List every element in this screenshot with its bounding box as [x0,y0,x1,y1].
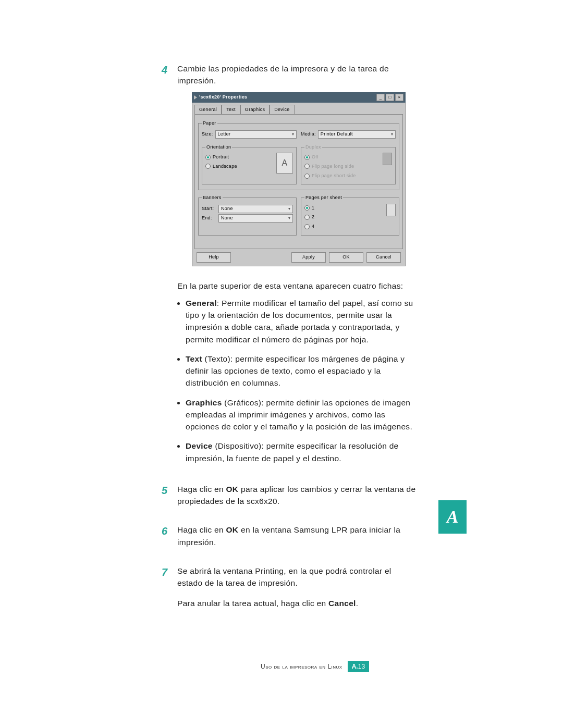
step-number: 7 [162,565,177,615]
step-7: 7 Se abrirá la ventana Printing, en la q… [162,565,417,615]
dialog-button-row: Help Apply OK Cancel [194,249,403,264]
step-body: Se abrirá la ventana Printing, en la que… [177,565,417,615]
apply-button[interactable]: Apply [291,252,326,263]
chevron-down-icon: ▾ [288,206,290,212]
step4-intro: Cambie las propiedades de la impresora y… [177,63,417,87]
chevron-down-icon: ▾ [288,215,290,221]
bullet-graphics: Graphics (Gráficos): permite definir las… [186,397,417,433]
orientation-legend: Orientation [205,144,232,151]
minimize-button[interactable]: _ [376,94,385,101]
banners-legend: Banners [202,194,223,202]
tab-device[interactable]: Device [270,105,294,115]
step-5: 5 Haga clic en OK para aplicar los cambi… [162,483,417,513]
banner-end-select[interactable]: None▾ [218,214,293,223]
orientation-landscape[interactable]: Landscape [205,163,237,170]
dialog-title: 'scx6x20' Properties [199,94,375,101]
duplex-preview [383,153,392,165]
duplex-legend: Duplex [304,144,322,151]
paper-group: Paper Size: Letter ▾ [198,120,399,190]
ok-button[interactable]: OK [329,252,363,263]
duplex-group: Duplex Off Flip page long side Flip page… [301,144,396,185]
bullet-general: General: Permite modificar el tamaño del… [186,297,417,346]
step-4: 4 Cambie las propiedades de la impresora… [162,63,417,472]
media-label: Media: [301,131,316,138]
step4-bullets: General: Permite modificar el tamaño del… [177,297,417,464]
tab-panel-general: Paper Size: Letter ▾ [194,114,403,249]
step-body: Haga clic en OK en la ventana Samsung LP… [177,524,417,553]
banner-start-label: Start: [202,205,216,213]
dialog-titlebar: 'scx6x20' Properties _ □ × [192,92,406,103]
chevron-down-icon: ▾ [391,131,393,138]
tab-graphics[interactable]: Graphics [240,105,270,115]
banner-start-select[interactable]: None▾ [218,205,293,213]
page-footer: Uso de la impresora en Linux A.13 [261,661,369,672]
paper-legend: Paper [202,120,217,127]
step-number: 4 [162,63,177,472]
orientation-preview: A [276,153,293,174]
pages-per-sheet-group: Pages per sheet 1 2 4 [301,194,399,236]
chevron-down-icon: ▾ [292,131,294,138]
tab-text[interactable]: Text [222,105,240,115]
maximize-button[interactable]: □ [386,94,394,101]
pps-legend: Pages per sheet [304,194,343,202]
banner-end-label: End: [202,215,216,222]
pps-4[interactable]: 4 [304,223,314,230]
duplex-long: Flip page long side [304,163,354,170]
step-number: 6 [162,524,177,553]
step-body: Haga clic en OK para aplicar los cambios… [177,483,417,513]
step-6: 6 Haga clic en OK en la ventana Samsung … [162,524,417,553]
orientation-group: Orientation Portrait Landscape A [202,144,297,185]
properties-dialog: 'scx6x20' Properties _ □ × General Text … [192,92,406,266]
dialog-tabs: General Text Graphics Device [194,105,403,115]
dialog-body: General Text Graphics Device Paper Size: [192,103,406,266]
size-label: Size: [202,131,213,138]
bullet-device: Device (Dispositivo): permite especifica… [186,440,417,464]
page-number-badge: A.13 [348,661,369,672]
footer-chapter: Uso de la impresora en Linux [261,663,342,670]
step-body: Cambie las propiedades de la impresora y… [177,63,417,472]
media-value: Printer Default [321,131,353,138]
duplex-off: Off [304,154,319,161]
pps-1[interactable]: 1 [304,205,314,212]
bullet-text: Text (Texto): permite especificar los má… [186,353,417,389]
media-select[interactable]: Printer Default ▾ [318,130,396,139]
pps-2[interactable]: 2 [304,214,314,221]
duplex-short: Flip page short side [304,172,356,180]
cancel-button[interactable]: Cancel [366,252,401,263]
window-menu-icon [194,95,197,100]
help-button[interactable]: Help [197,252,231,263]
banners-group: Banners Start: None▾ End: None▾ [198,194,297,236]
size-value: Letter [218,131,231,138]
step4-after: En la parte superior de esta ventana apa… [177,280,417,292]
step-number: 5 [162,483,177,513]
size-select[interactable]: Letter ▾ [215,130,297,139]
close-button[interactable]: × [395,94,403,101]
pps-preview [386,204,396,216]
tab-general[interactable]: General [194,105,222,115]
orientation-portrait[interactable]: Portrait [205,154,229,161]
page-content: 4 Cambie las propiedades de la impresora… [162,63,417,626]
appendix-tab: A [438,500,467,534]
